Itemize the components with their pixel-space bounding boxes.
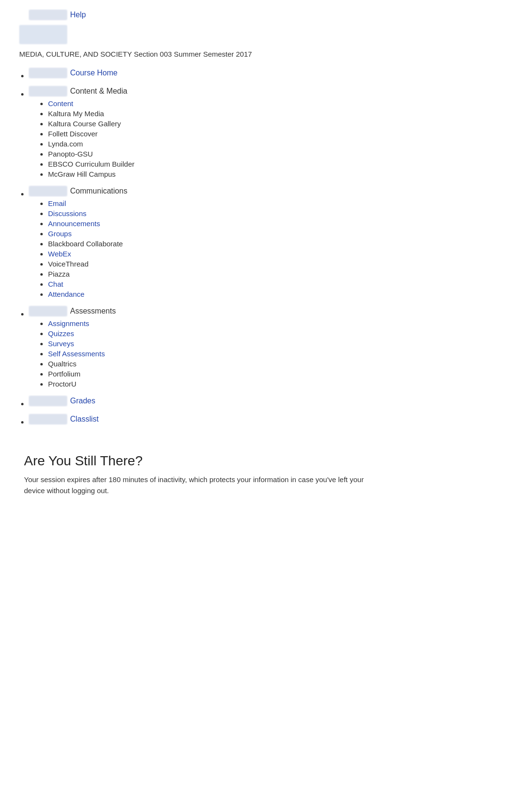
discussions-link[interactable]: Discussions bbox=[48, 209, 86, 218]
lynda-text: Lynda.com bbox=[48, 140, 83, 148]
subnav-item-portfolium: Portfolium bbox=[48, 370, 491, 378]
subnav-item-groups[interactable]: Groups bbox=[48, 230, 491, 238]
help-link[interactable]: Help bbox=[70, 11, 86, 19]
quizzes-link[interactable]: Quizzes bbox=[48, 329, 74, 338]
session-dialog-body: Your session expires after 180 minutes o… bbox=[24, 474, 379, 496]
subnav-item-voicethread: VoiceThread bbox=[48, 260, 491, 268]
top-nav-item-help[interactable]: Help bbox=[29, 10, 491, 20]
qualtrics-text: Qualtrics bbox=[48, 360, 76, 368]
assessments-subnav: Assignments Quizzes Surveys Self Assessm… bbox=[29, 319, 491, 388]
subnav-item-ebsco: EBSCO Curriculum Builder bbox=[48, 160, 491, 168]
proctoru-text: ProctorU bbox=[48, 380, 76, 388]
subnav-item-chat[interactable]: Chat bbox=[48, 280, 491, 288]
nav-item-classlist[interactable]: Classlist bbox=[29, 414, 491, 424]
ebsco-text: EBSCO Curriculum Builder bbox=[48, 160, 134, 168]
communications-icon bbox=[29, 186, 67, 196]
blackboard-text: Blackboard Collaborate bbox=[48, 240, 123, 248]
subnav-item-follett-discover: Follett Discover bbox=[48, 130, 491, 138]
subnav-item-blackboard: Blackboard Collaborate bbox=[48, 240, 491, 248]
email-link[interactable]: Email bbox=[48, 199, 66, 207]
subnav-item-announcements[interactable]: Announcements bbox=[48, 219, 491, 228]
kaltura-course-gallery-text: Kaltura Course Gallery bbox=[48, 120, 121, 128]
subnav-item-piazza: Piazza bbox=[48, 270, 491, 278]
nav-item-communications: Communications Email Discussions Announc… bbox=[29, 186, 491, 298]
subnav-item-email[interactable]: Email bbox=[48, 199, 491, 207]
subnav-item-webex[interactable]: WebEx bbox=[48, 250, 491, 258]
subnav-item-attendance[interactable]: Attendance bbox=[48, 290, 491, 298]
assessments-label: Assessments bbox=[70, 307, 116, 315]
voicethread-text: VoiceThread bbox=[48, 260, 88, 268]
attendance-link[interactable]: Attendance bbox=[48, 290, 85, 298]
follett-discover-text: Follett Discover bbox=[48, 130, 97, 138]
subnav-item-surveys[interactable]: Surveys bbox=[48, 339, 491, 348]
nav-item-content-media: Content & Media Content Kaltura My Media… bbox=[29, 86, 491, 178]
subnav-item-kaltura-course-gallery: Kaltura Course Gallery bbox=[48, 120, 491, 128]
subnav-item-proctoru: ProctorU bbox=[48, 380, 491, 388]
mcgraw-text: McGraw Hill Campus bbox=[48, 170, 116, 178]
portfolium-text: Portfolium bbox=[48, 370, 81, 378]
self-assessments-link[interactable]: Self Assessments bbox=[48, 350, 105, 358]
content-media-label: Content & Media bbox=[70, 87, 127, 96]
nav-item-course-home[interactable]: Course Home bbox=[29, 68, 491, 78]
subnav-item-content[interactable]: Content bbox=[48, 99, 491, 108]
panopto-text: Panopto-GSU bbox=[48, 150, 93, 158]
piazza-text: Piazza bbox=[48, 270, 70, 278]
webex-link[interactable]: WebEx bbox=[48, 250, 71, 258]
kaltura-my-media-text: Kaltura My Media bbox=[48, 109, 104, 118]
nav-item-assessments: Assessments Assignments Quizzes Surveys … bbox=[29, 306, 491, 388]
subnav-item-assignments[interactable]: Assignments bbox=[48, 319, 491, 327]
subnav-item-mcgraw: McGraw Hill Campus bbox=[48, 170, 491, 178]
nav-item-grades[interactable]: Grades bbox=[29, 396, 491, 406]
subnav-item-self-assessments[interactable]: Self Assessments bbox=[48, 350, 491, 358]
announcements-link[interactable]: Announcements bbox=[48, 219, 100, 228]
assessments-icon bbox=[29, 306, 67, 316]
subnav-item-kaltura-my-media: Kaltura My Media bbox=[48, 109, 491, 118]
surveys-link[interactable]: Surveys bbox=[48, 339, 74, 348]
content-link[interactable]: Content bbox=[48, 99, 73, 108]
subnav-item-lynda: Lynda.com bbox=[48, 140, 491, 148]
chat-link[interactable]: Chat bbox=[48, 280, 63, 288]
subnav-item-discussions[interactable]: Discussions bbox=[48, 209, 491, 218]
main-nav: Course Home Content & Media Content Kalt… bbox=[19, 68, 491, 424]
content-media-subnav: Content Kaltura My Media Kaltura Course … bbox=[29, 99, 491, 178]
subnav-item-panopto: Panopto-GSU bbox=[48, 150, 491, 158]
session-dialog: Are You Still There? Your session expire… bbox=[19, 453, 491, 496]
assignments-link[interactable]: Assignments bbox=[48, 319, 89, 327]
course-home-icon bbox=[29, 68, 67, 78]
help-icon-placeholder bbox=[29, 10, 67, 20]
subnav-item-quizzes[interactable]: Quizzes bbox=[48, 329, 491, 338]
communications-subnav: Email Discussions Announcements Groups B… bbox=[29, 199, 491, 298]
course-home-link[interactable]: Course Home bbox=[70, 69, 118, 77]
logo-placeholder bbox=[19, 25, 67, 44]
session-dialog-title: Are You Still There? bbox=[24, 453, 486, 469]
classlist-link[interactable]: Classlist bbox=[70, 415, 99, 424]
groups-link[interactable]: Groups bbox=[48, 230, 72, 238]
course-title: MEDIA, CULTURE, AND SOCIETY Section 003 … bbox=[19, 50, 491, 58]
subnav-item-qualtrics: Qualtrics bbox=[48, 360, 491, 368]
content-media-icon bbox=[29, 86, 67, 97]
classlist-icon bbox=[29, 414, 67, 424]
grades-link[interactable]: Grades bbox=[70, 397, 95, 405]
top-nav: Help bbox=[19, 10, 491, 20]
communications-label: Communications bbox=[70, 187, 127, 195]
grades-icon bbox=[29, 396, 67, 406]
